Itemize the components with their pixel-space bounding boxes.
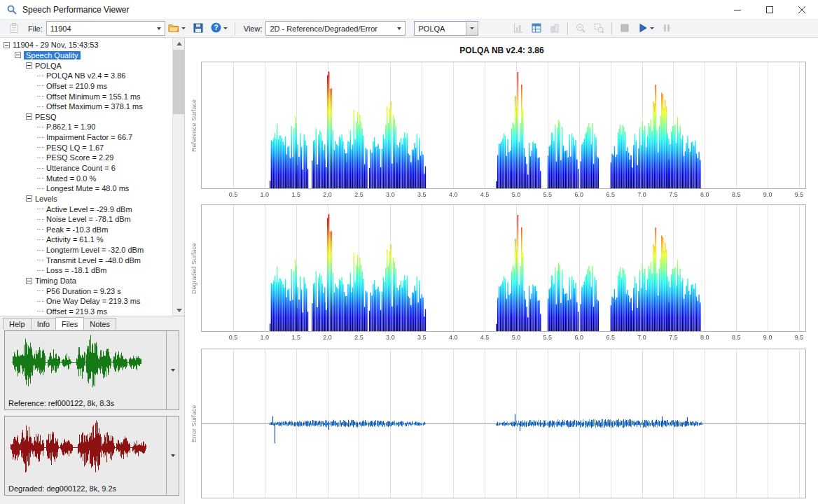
tree-item[interactable]: P56 Duration = 9.23 s (2, 286, 172, 296)
tree-item-label: Longest Mute = 48.0 ms (46, 184, 129, 192)
pause-icon (663, 24, 671, 34)
reference-options-button[interactable] (166, 331, 179, 410)
degraded-options-button[interactable] (166, 416, 179, 495)
tree-item[interactable]: One Way Delay = 219.3 ms (2, 296, 172, 307)
minimize-button[interactable] (721, 0, 754, 20)
tree-item-label: P.862.1 = 1.90 (46, 122, 95, 131)
tab-files[interactable]: Files (55, 317, 84, 330)
tree-item[interactable]: 11904 - 29 Nov, 15:43:53 (2, 40, 172, 50)
tree-item-label: Offset = 219.3 ms (46, 307, 107, 316)
results-tree-panel: 11904 - 29 Nov, 15:43:53Speech QualityPO… (0, 38, 185, 316)
tree-connector (37, 229, 44, 230)
tree-item[interactable]: POLQA (2, 60, 172, 71)
city-view-button[interactable] (546, 21, 563, 36)
tree-item[interactable]: PESQ (2, 111, 172, 122)
tree-item[interactable]: Offset Minimum = 155.1 ms (2, 91, 172, 102)
file-combobox-value: 11904 (50, 24, 157, 33)
tree-scrollbar[interactable] (172, 38, 184, 316)
tree-item[interactable]: Active Level = -29.9 dBm (2, 204, 172, 214)
tree-item[interactable]: PESQ LQ = 1.67 (2, 142, 172, 153)
tree-item-label: Longterm Level = -32.0 dBm (46, 246, 144, 254)
surface-table-button[interactable] (528, 21, 545, 36)
tree-item[interactable]: Peak = -10.3 dBm (2, 225, 172, 235)
tree-item[interactable]: Speech Quality (2, 50, 172, 61)
tab-notes[interactable]: Notes (83, 318, 116, 330)
reference-surface-canvas[interactable] (201, 62, 806, 199)
tree-item[interactable]: Loss = -18.1 dBm (2, 265, 172, 276)
save-button[interactable] (190, 21, 207, 36)
open-file-button[interactable] (166, 21, 188, 36)
scroll-thumb[interactable] (173, 50, 185, 114)
reference-caption: Reference: ref000122, 8k, 8.3s (8, 399, 114, 407)
tree-item-label: Peak = -10.3 dBm (46, 225, 108, 234)
degraded-surface-canvas[interactable] (201, 204, 806, 342)
tree-expand-toggle[interactable] (26, 62, 32, 69)
tree-item[interactable]: Transmit Level = -48.0 dBm (2, 255, 172, 265)
tree-item-label: One Way Delay = 219.3 ms (46, 297, 140, 305)
tree-item[interactable]: Offset Maximum = 378.1 ms (2, 102, 172, 112)
tree-item[interactable]: P.862.1 = 1.90 (2, 122, 172, 132)
table-icon (532, 23, 541, 34)
maximize-button[interactable] (754, 0, 786, 20)
reference-waveform[interactable] (6, 332, 165, 396)
tree-expand-toggle[interactable] (4, 42, 10, 48)
degraded-caption: Degraded: deg000122, 8k, 9.2s (8, 484, 116, 493)
tree-expand-toggle[interactable] (26, 113, 32, 120)
error-surface-canvas[interactable] (201, 349, 806, 498)
tree-item[interactable]: Offset = 210.9 ms (2, 81, 172, 92)
scroll-up-button[interactable] (173, 38, 185, 49)
tree-item[interactable]: Utterance Count = 6 (2, 163, 172, 174)
close-button[interactable] (786, 0, 818, 20)
tree-item[interactable]: Longterm Level = -32.0 dBm (2, 245, 172, 255)
tree-item-label: Loss = -18.1 dBm (46, 266, 107, 274)
paste-button[interactable] (6, 21, 22, 36)
tree-item[interactable]: Offset = 219.3 ms (2, 307, 172, 316)
chevron-down-icon (157, 27, 161, 30)
export-chart-button[interactable] (510, 21, 527, 36)
folder-open-icon (168, 23, 179, 34)
tree-item[interactable]: Levels (2, 194, 172, 204)
zoom-window-button[interactable] (590, 21, 607, 36)
tree-item-label: Offset = 210.9 ms (46, 82, 107, 90)
tree-connector (37, 168, 44, 169)
tab-info[interactable]: Info (31, 318, 56, 330)
chevron-down-icon (223, 27, 228, 29)
tree-connector (37, 106, 44, 107)
file-combobox[interactable]: 11904 (46, 21, 165, 36)
zoom-out-button[interactable] (572, 21, 589, 36)
reference-surface-ylabel: Reference Surface (189, 62, 198, 189)
tree-item[interactable]: PESQ Score = 2.29 (2, 153, 172, 163)
file-label: File: (28, 24, 43, 33)
tree-connector (37, 188, 44, 189)
tree-item[interactable]: Longest Mute = 48.0 ms (2, 183, 172, 194)
tree-connector (37, 178, 44, 178)
tree-connector (37, 311, 44, 312)
tree-expand-toggle[interactable] (26, 278, 32, 284)
tree-item-label: Transmit Level = -48.0 dBm (46, 256, 141, 265)
tree-item[interactable]: Muted = 0.0 % (2, 173, 172, 183)
reference-surface-chart: Reference Surface (201, 62, 806, 199)
tree-item-label: 11904 - 29 Nov, 15:43:53 (13, 41, 99, 49)
tree-item-label: Speech Quality (24, 51, 81, 59)
tree-item[interactable]: Timing Data (2, 276, 172, 286)
scroll-down-button[interactable] (173, 304, 185, 316)
tree-item[interactable]: Activity = 61.1 % (2, 234, 172, 245)
combobox-arrow (466, 22, 478, 35)
window-title: Speech Performance Viewer (22, 5, 130, 15)
tree-item[interactable]: Impairment Factor = 66.7 (2, 132, 172, 143)
view-combobox[interactable]: 2D - Reference/Degraded/Error (265, 21, 405, 36)
tree-connector (37, 270, 44, 271)
stop-button[interactable] (616, 21, 633, 36)
view-combobox-value: 2D - Reference/Degraded/Error (270, 24, 397, 33)
pause-button[interactable] (658, 21, 675, 36)
tab-help[interactable]: Help (3, 318, 32, 330)
tree-expand-toggle[interactable] (26, 195, 32, 202)
tree-item[interactable]: POLQA NB v2.4 = 3.86 (2, 71, 172, 81)
help-button[interactable]: ? (208, 21, 230, 36)
tree-item[interactable]: Noise Level = -78.1 dBm (2, 214, 172, 225)
degraded-waveform[interactable] (6, 418, 165, 481)
tree-expand-toggle[interactable] (15, 52, 21, 58)
analysis-combobox[interactable]: POLQA (414, 21, 478, 36)
analysis-combobox-value: POLQA (415, 24, 466, 33)
play-button[interactable] (635, 21, 657, 36)
